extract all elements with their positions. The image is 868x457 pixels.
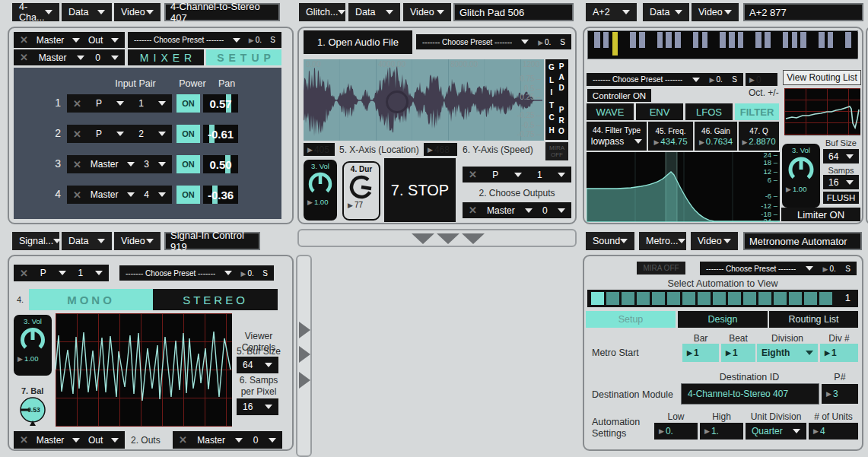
- input-pair-combo[interactable]: ✕ P 1: [67, 94, 172, 113]
- automation-cell[interactable]: [667, 292, 680, 305]
- tab-design[interactable]: Design: [678, 311, 768, 328]
- remove-icon[interactable]: ✕: [469, 169, 477, 180]
- mixer-preset-menu[interactable]: ------- Choose Preset ------- ▶0. S: [128, 32, 281, 48]
- menu-module-synth[interactable]: A+2: [586, 3, 637, 21]
- input-pair-combo[interactable]: ✕ Master 3: [67, 155, 172, 173]
- power-toggle[interactable]: ON: [176, 125, 200, 143]
- open-audio-file-button[interactable]: 1. Open Audio File: [304, 30, 412, 54]
- piano-key-sharp[interactable]: [729, 32, 735, 48]
- automation-cell[interactable]: [637, 292, 650, 305]
- low-value[interactable]: ▶0.: [654, 423, 698, 440]
- automation-cell[interactable]: [819, 292, 832, 305]
- input-pair-combo[interactable]: ✕ P 2: [67, 125, 172, 143]
- remove-icon[interactable]: ✕: [20, 268, 28, 279]
- signal-volume-knob[interactable]: 3. Vol ▶1.00: [14, 315, 52, 376]
- piano-key-sharp[interactable]: [828, 32, 834, 48]
- glitch-output1-combo[interactable]: ✕ P 1: [463, 167, 571, 182]
- automation-cell[interactable]: [606, 292, 619, 305]
- store-button[interactable]: S: [732, 75, 737, 84]
- pan-value[interactable]: 0.50: [203, 155, 238, 173]
- power-toggle[interactable]: ON: [176, 94, 200, 113]
- piano-key-sharp[interactable]: [594, 32, 600, 48]
- menu-data-mixer[interactable]: Data: [62, 3, 112, 21]
- piano-key-sharp[interactable]: [657, 32, 663, 48]
- piano-key-sharp[interactable]: [603, 32, 609, 48]
- piano-key-sharp[interactable]: [800, 32, 806, 48]
- expand-down-icon[interactable]: [412, 233, 434, 244]
- preset-number[interactable]: ▶0.: [822, 265, 835, 273]
- signal-output1-combo[interactable]: ✕ Master Out: [14, 431, 125, 449]
- module-title-signal[interactable]: Signal-In Control 919: [164, 232, 260, 250]
- automation-cell[interactable]: [591, 292, 604, 305]
- tab-mixer[interactable]: MIXER: [128, 49, 204, 65]
- automation-cell[interactable]: [743, 292, 756, 305]
- filter-curve-display[interactable]: 24 –18 –12 –6 –-6 –-12 –-18 –-24 –: [587, 152, 780, 222]
- unit-division-select[interactable]: Quarter: [746, 423, 806, 440]
- q-param[interactable]: 47. Q ▶2.8870: [739, 122, 779, 151]
- playhead-cursor[interactable]: [386, 90, 409, 113]
- piano-key-sharp[interactable]: [720, 32, 726, 48]
- store-button[interactable]: S: [262, 269, 268, 278]
- menu-video-mixer[interactable]: Video: [114, 3, 161, 21]
- preset-number[interactable]: ▶0.: [709, 75, 722, 84]
- power-toggle[interactable]: ON: [176, 155, 200, 173]
- freq-param[interactable]: 45. Freq. ▶434.75: [648, 122, 693, 151]
- menu-module-metro[interactable]: Metro...: [639, 232, 686, 250]
- automation-cell[interactable]: [682, 292, 695, 305]
- mixer-output-combo[interactable]: ✕ Master Out: [14, 32, 125, 48]
- destination-module-select[interactable]: 4-Channel-to-Stereo 407: [681, 383, 819, 405]
- controller-on-button[interactable]: Controller ON: [587, 89, 651, 102]
- automation-cell[interactable]: [774, 292, 787, 305]
- gain-param[interactable]: 46. Gain ▶0.7634: [695, 122, 737, 151]
- x-axis-value[interactable]: ▶405: [304, 143, 335, 156]
- duration-knob[interactable]: 4. Dur ▶77: [342, 161, 380, 221]
- piano-key-sharp[interactable]: [630, 32, 636, 48]
- piano-key-sharp[interactable]: [783, 32, 789, 48]
- piano-key-sharp[interactable]: [702, 32, 708, 48]
- menu-module-signal[interactable]: Signal...: [12, 232, 59, 250]
- automation-cell[interactable]: [758, 292, 771, 305]
- remove-icon[interactable]: ✕: [469, 205, 477, 216]
- menu-module-glitch[interactable]: Glitch...: [299, 3, 345, 21]
- samps-select[interactable]: 16: [823, 175, 859, 189]
- piano-key-sharp[interactable]: [675, 32, 681, 48]
- buf-size-select[interactable]: 64: [237, 357, 278, 373]
- menu-video-signal[interactable]: Video: [114, 232, 161, 250]
- balance-knob[interactable]: -0.53: [17, 395, 48, 430]
- module-title-mixer[interactable]: 4-Channel-to-Stereo 407: [164, 3, 280, 21]
- preset-number[interactable]: ▶0.: [249, 36, 262, 44]
- module-title-metro[interactable]: Metronome Automator: [743, 232, 862, 250]
- signal-input-combo[interactable]: ✕ P 1: [14, 265, 109, 281]
- input-pair-combo[interactable]: ✕ Master 4: [67, 186, 172, 204]
- metro-beat-value[interactable]: ▶1: [721, 344, 755, 362]
- stop-button[interactable]: 7. STOP: [384, 158, 456, 222]
- automation-cell[interactable]: [789, 292, 802, 305]
- power-toggle[interactable]: ON: [176, 186, 200, 204]
- tab-stereo[interactable]: STEREO: [153, 289, 278, 310]
- signal-preset-menu[interactable]: ------- Choose Preset ------- ▶0. S: [119, 265, 274, 281]
- pan-value[interactable]: -0.61: [203, 125, 238, 143]
- glitch-volume-knob[interactable]: 3. Vol ▶1.00: [304, 160, 337, 221]
- module-title-synth[interactable]: A+2 877: [743, 3, 863, 21]
- metro-bar-value[interactable]: ▶1: [682, 344, 719, 362]
- store-button[interactable]: S: [845, 265, 851, 273]
- high-value[interactable]: ▶1.: [700, 423, 743, 440]
- expand-down-icon[interactable]: [462, 233, 485, 244]
- menu-video-synth[interactable]: Video: [692, 3, 739, 21]
- piano-key-sharp[interactable]: [639, 32, 645, 48]
- store-button[interactable]: S: [270, 36, 275, 44]
- glitch-preset-menu[interactable]: ------- Choose Preset ------- ▶0. S: [416, 34, 571, 49]
- filter-type-param[interactable]: 44. Filter Type lowpass: [587, 122, 647, 151]
- automation-cell[interactable]: [804, 292, 817, 305]
- piano-keyboard[interactable]: [587, 30, 858, 59]
- tab-routing-list[interactable]: Routing List: [769, 311, 858, 328]
- synth-preset-menu[interactable]: ------- Choose Preset ------- ▶0. S: [587, 73, 743, 86]
- tab-lfos[interactable]: LFOS: [685, 103, 733, 120]
- limiter-on-button[interactable]: Limiter ON: [781, 208, 860, 221]
- flush-button[interactable]: FLUSH: [823, 192, 859, 204]
- automation-cell[interactable]: [713, 292, 726, 305]
- y-axis-value[interactable]: ▶468: [424, 143, 457, 156]
- view-routing-list-button[interactable]: View Routing List: [783, 70, 861, 85]
- tab-env[interactable]: ENV: [636, 103, 683, 120]
- samps-select[interactable]: 16: [237, 398, 278, 415]
